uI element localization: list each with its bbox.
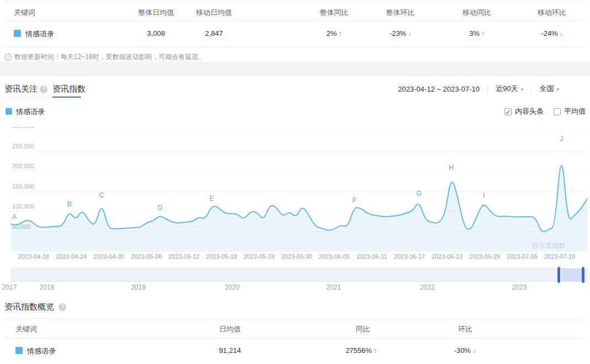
svg-text:H: H bbox=[449, 164, 454, 172]
column-header-mobile-yoy: 移动同比 bbox=[463, 8, 491, 18]
svg-text:J: J bbox=[560, 135, 563, 143]
divider bbox=[4, 47, 586, 48]
region-dropdown[interactable]: 全国 bbox=[539, 84, 559, 94]
legend-color-swatch bbox=[6, 108, 12, 115]
timeline-tick bbox=[474, 278, 474, 281]
svg-text:B: B bbox=[67, 200, 72, 208]
timeline-year-labels: 2017201820192020202120222023 bbox=[11, 283, 587, 292]
timeline-tick bbox=[520, 278, 521, 281]
section-separator bbox=[0, 62, 590, 77]
column-header-mobile-mom: 移动环比 bbox=[538, 8, 566, 18]
chart-option[interactable]: 平均值 bbox=[554, 106, 586, 116]
help-icon[interactable] bbox=[40, 85, 47, 93]
timeline-tick bbox=[428, 278, 428, 281]
divider bbox=[4, 318, 586, 319]
keyword-color-swatch bbox=[15, 347, 23, 354]
divider: | bbox=[487, 85, 489, 93]
overview-header-daily-avg: 日均值 bbox=[219, 324, 241, 334]
timeline-year-label: 2018 bbox=[30, 283, 63, 291]
svg-text:150,000: 150,000 bbox=[12, 183, 34, 190]
watermark: @百度指数 bbox=[532, 241, 565, 250]
svg-text:300,000: 300,000 bbox=[12, 127, 34, 129]
timeline-year-label: 2017 bbox=[0, 283, 26, 291]
trend-arrow-icon: ↓ bbox=[560, 30, 563, 38]
svg-text:C: C bbox=[99, 191, 104, 199]
timeline-tick bbox=[186, 278, 186, 281]
trend-arrow-icon: ↑ bbox=[481, 30, 485, 38]
tab-news-index[interactable]: 资讯指数 bbox=[52, 84, 85, 94]
chart-option[interactable]: ✓内容头条 bbox=[505, 106, 544, 116]
x-axis-label: 2023-07-10 bbox=[535, 253, 584, 260]
svg-text:100,000: 100,000 bbox=[12, 203, 34, 210]
daily-avg-value: 91,214 bbox=[219, 346, 241, 355]
column-header-keyword: 关键词 bbox=[14, 8, 35, 18]
column-header-overall-mom: 整体环比 bbox=[386, 8, 415, 18]
timeline-year-label: 2022 bbox=[411, 283, 444, 291]
divider: | bbox=[530, 85, 532, 93]
overview-header-keyword: 关键词 bbox=[15, 324, 37, 334]
keyword-color-swatch bbox=[14, 30, 21, 37]
svg-text:A: A bbox=[12, 213, 17, 221]
trend-arrow-icon: ↓ bbox=[473, 347, 476, 355]
svg-text:200,000: 200,000 bbox=[12, 163, 34, 169]
timeline-handle-left[interactable] bbox=[557, 267, 560, 283]
timeline-year-label: 2021 bbox=[317, 283, 350, 291]
trend-arrow-icon: ↓ bbox=[408, 30, 411, 38]
timeline-tick bbox=[334, 278, 335, 281]
timeline-handle-right[interactable] bbox=[582, 267, 584, 283]
chart-filters: 2023-04-12 ~ 2023-07-10 | 近90天 | 全国 bbox=[398, 84, 559, 94]
overview-header-mom: 环比 bbox=[458, 324, 473, 334]
mom-value: -30%↓ bbox=[454, 346, 475, 355]
help-icon[interactable] bbox=[58, 303, 66, 311]
chevron-down-icon bbox=[556, 87, 559, 92]
info-icon bbox=[4, 53, 12, 61]
baidu-index-page: 关键词 整体日均值 移动日均值 整体同比 整体环比 移动同比 移动环比 情感语录… bbox=[0, 0, 590, 364]
timeline-selection[interactable] bbox=[561, 269, 582, 281]
timeline-tick bbox=[93, 278, 94, 281]
timeline-tick bbox=[139, 278, 140, 281]
mobile-mom-value: -24%↓ bbox=[541, 29, 562, 38]
mobile-yoy-value: 3%↑ bbox=[469, 29, 485, 38]
timeline-tick bbox=[233, 278, 233, 281]
svg-text:F: F bbox=[352, 196, 356, 204]
chart-option-label: 平均值 bbox=[564, 106, 586, 116]
divider bbox=[4, 21, 586, 22]
timeline-year-label: 2020 bbox=[216, 283, 249, 291]
column-header-overall-yoy: 整体同比 bbox=[320, 8, 348, 18]
checkbox-checked-icon[interactable]: ✓ bbox=[505, 108, 512, 115]
svg-text:G: G bbox=[416, 190, 421, 197]
legend-keyword-label[interactable]: 情感语录 bbox=[16, 107, 45, 117]
timeline-tick bbox=[381, 278, 382, 281]
active-tab-indicator bbox=[52, 97, 81, 98]
trend-arrow-icon: ↑ bbox=[373, 347, 377, 355]
period-dropdown[interactable]: 近90天 bbox=[496, 84, 523, 94]
timeline-tick bbox=[47, 278, 48, 281]
date-range-picker[interactable]: 2023-04-12 ~ 2023-07-10 bbox=[398, 85, 480, 93]
overall-yoy-value: 2%↑ bbox=[326, 29, 342, 38]
trend-arrow-icon: ↑ bbox=[339, 30, 342, 38]
svg-text:D: D bbox=[158, 204, 163, 212]
checkbox-unchecked-icon[interactable] bbox=[554, 108, 561, 115]
overview-header-yoy: 同比 bbox=[356, 324, 370, 334]
timeline-tick bbox=[283, 278, 284, 281]
timeline-year-label: 2019 bbox=[122, 283, 155, 291]
yoy-value: 27556%↑ bbox=[346, 346, 377, 355]
chart-option-label: 内容头条 bbox=[515, 106, 544, 116]
trend-chart[interactable]: 50,000100,000150,000200,000250,000300,00… bbox=[11, 127, 587, 251]
keyword-label[interactable]: 情感语录 bbox=[25, 29, 54, 39]
keyword-label[interactable]: 情感语录 bbox=[27, 346, 56, 356]
overall-mom-value: -23%↓ bbox=[389, 29, 411, 38]
overall-avg-value: 3,008 bbox=[147, 29, 165, 38]
tab-news-attention[interactable]: 资讯关注 bbox=[4, 84, 47, 94]
svg-text:E: E bbox=[210, 195, 214, 202]
chart-display-options: ✓内容头条平均值 bbox=[505, 106, 586, 116]
column-header-overall-avg: 整体日均值 bbox=[138, 8, 174, 18]
chevron-down-icon bbox=[521, 87, 524, 92]
svg-text:250,000: 250,000 bbox=[12, 143, 34, 149]
divider bbox=[4, 1, 586, 1]
divider bbox=[4, 338, 586, 338]
timeline-year-label: 2023 bbox=[503, 283, 536, 291]
timeline-slider[interactable] bbox=[11, 268, 587, 282]
svg-text:I: I bbox=[482, 191, 484, 199]
mobile-avg-value: 2,847 bbox=[205, 29, 223, 38]
